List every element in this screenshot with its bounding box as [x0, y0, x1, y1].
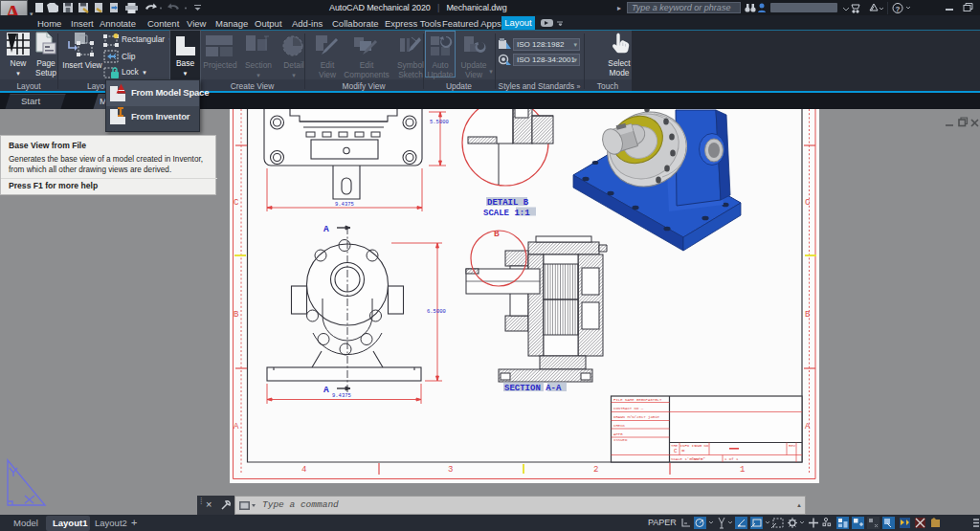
svg-text:REV: REV [789, 444, 796, 448]
svg-text:5.5000: 5.5000 [430, 119, 449, 125]
svg-text:APPR: APPR [613, 432, 623, 436]
svg-text:3: 3 [448, 465, 453, 475]
svg-text:DWG NO: DWG NO [695, 444, 709, 448]
svg-text:1: 1 [740, 465, 745, 475]
svg-text:2: 2 [593, 465, 598, 475]
svg-text:CONTRACT NO —: CONTRACT NO — [613, 407, 644, 410]
svg-text:9.4375: 9.4375 [335, 201, 354, 208]
svg-text:A: A [805, 422, 811, 431]
svg-text:A: A [234, 422, 239, 431]
svg-text:?: ? [896, 5, 901, 13]
svg-text:4: 4 [301, 465, 306, 475]
svg-text:ISSUED: ISSUED [613, 438, 628, 442]
svg-text:B: B [805, 310, 811, 320]
svg-text:SECTION A-A: SECTION A-A [504, 384, 562, 393]
svg-text:DRAWN M/N/2017 jamie: DRAWN M/N/2017 jamie [613, 415, 660, 419]
svg-text:1 of 1: 1 of 1 [724, 457, 739, 461]
svg-text:6.5000: 6.5000 [427, 308, 446, 315]
svg-text:C: C [805, 198, 811, 208]
svg-text:9.4375: 9.4375 [332, 392, 351, 399]
svg-text:A: A [323, 224, 329, 234]
svg-text:A: A [323, 385, 329, 395]
svg-text:B: B [234, 310, 239, 320]
svg-text:FILE NAME GEGKPA6TGLT: FILE NAME GEGKPA6TGLT [613, 398, 662, 402]
svg-text:SHEET: SHEET [691, 457, 703, 461]
svg-text:C: C [674, 448, 678, 454]
svg-text:C: C [234, 198, 239, 208]
svg-text:DETAIL B: DETAIL B [487, 198, 529, 208]
svg-text:B: B [494, 229, 500, 239]
svg-text:SCALE 1:1: SCALE 1:1 [483, 209, 530, 218]
svg-text:=: = [681, 448, 685, 454]
svg-text:CHECK: CHECK [613, 424, 626, 428]
